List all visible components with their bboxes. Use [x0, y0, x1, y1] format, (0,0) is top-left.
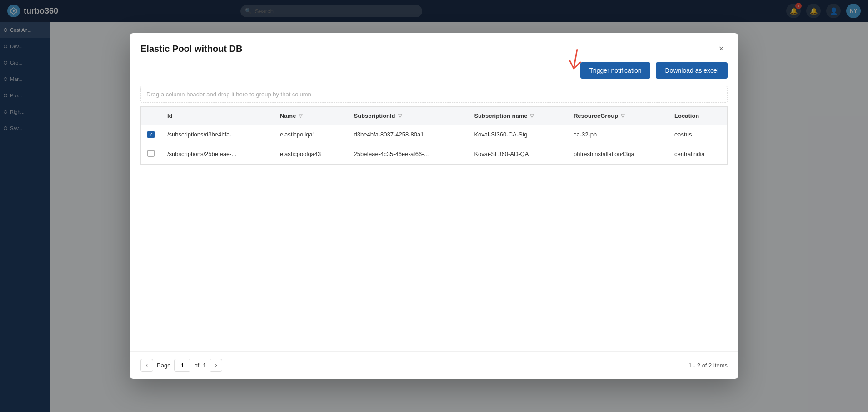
column-header-subscriptionname: Subscription name ▽	[468, 107, 567, 125]
table-header-row: Id Name ▽ SubscriptionId	[141, 107, 727, 125]
modal-toolbar: Trigger notification Download as excel	[130, 62, 738, 86]
column-header-subscriptionid: SubscriptionId ▽	[348, 107, 468, 125]
trigger-notification-button[interactable]: Trigger notification	[580, 62, 651, 79]
column-name-label: Name	[280, 112, 296, 119]
page-of-label: of	[194, 362, 199, 369]
data-table: Id Name ▽ SubscriptionId	[141, 107, 727, 164]
column-subscriptionname-label: Subscription name	[474, 112, 527, 119]
modal-close-button[interactable]: ×	[715, 42, 728, 55]
column-id-label: Id	[167, 112, 173, 119]
column-header-checkbox	[141, 107, 161, 125]
modal-header: Elastic Pool without DB ×	[130, 33, 738, 62]
modal-body: Drag a column header and drop it here to…	[130, 86, 738, 351]
cell-id: /subscriptions/d3be4bfa-...	[161, 125, 274, 144]
page-total: 1	[203, 362, 206, 369]
column-header-location: Location	[668, 107, 727, 125]
column-resourcegroup-label: ResourceGroup	[574, 112, 618, 119]
cell-resourcegroup: ca-32-ph	[567, 125, 668, 144]
column-location-label: Location	[674, 112, 699, 119]
subscriptionid-filter-icon[interactable]: ▽	[398, 113, 402, 119]
modal-title: Elastic Pool without DB	[140, 44, 242, 54]
modal-footer: ‹ Page of 1 › 1 - 2 of 2 items	[130, 351, 738, 379]
cell-name: elasticpoolqa43	[274, 144, 348, 164]
resourcegroup-filter-icon[interactable]: ▽	[621, 113, 624, 119]
cell-resourcegroup: phfreshinstallation43qa	[567, 144, 668, 164]
column-header-name: Name ▽	[274, 107, 348, 125]
table-row: /subscriptions/25befeae-...elasticpoolqa…	[141, 144, 727, 164]
page-label: Page	[157, 362, 170, 369]
download-as-excel-button[interactable]: Download as excel	[656, 62, 728, 79]
cell-subscriptionid: 25befeae-4c35-46ee-af66-...	[348, 144, 468, 164]
items-count: 1 - 2 of 2 items	[688, 362, 728, 369]
elastic-pool-modal: Elastic Pool without DB × Trigger notifi…	[130, 33, 738, 379]
cell-subscriptionid: d3be4bfa-8037-4258-80a1...	[348, 125, 468, 144]
pagination-controls: ‹ Page of 1 ›	[140, 359, 222, 372]
table-row: ✓/subscriptions/d3be4bfa-...elasticpollq…	[141, 125, 727, 144]
prev-page-button[interactable]: ‹	[140, 359, 153, 372]
cell-subscriptionname: Kovai-SL360-AD-QA	[468, 144, 567, 164]
next-page-button[interactable]: ›	[210, 359, 222, 372]
column-header-id: Id	[161, 107, 274, 125]
column-header-resourcegroup: ResourceGroup ▽	[567, 107, 668, 125]
column-subscriptionid-label: SubscriptionId	[354, 112, 395, 119]
cell-id: /subscriptions/25befeae-...	[161, 144, 274, 164]
subscriptionname-filter-icon[interactable]: ▽	[530, 113, 534, 119]
row-checkbox-unchecked[interactable]	[147, 150, 155, 157]
row-checkbox-checked[interactable]: ✓	[147, 131, 155, 138]
cell-name: elasticpollqa1	[274, 125, 348, 144]
name-filter-icon[interactable]: ▽	[299, 113, 302, 119]
drag-hint-text: Drag a column header and drop it here to…	[140, 86, 728, 103]
cell-location: eastus	[668, 125, 727, 144]
cell-subscriptionname: Kovai-SI360-CA-Stg	[468, 125, 567, 144]
cell-location: centralindia	[668, 144, 727, 164]
page-number-input[interactable]	[174, 359, 190, 372]
data-table-wrapper: Id Name ▽ SubscriptionId	[140, 106, 728, 165]
